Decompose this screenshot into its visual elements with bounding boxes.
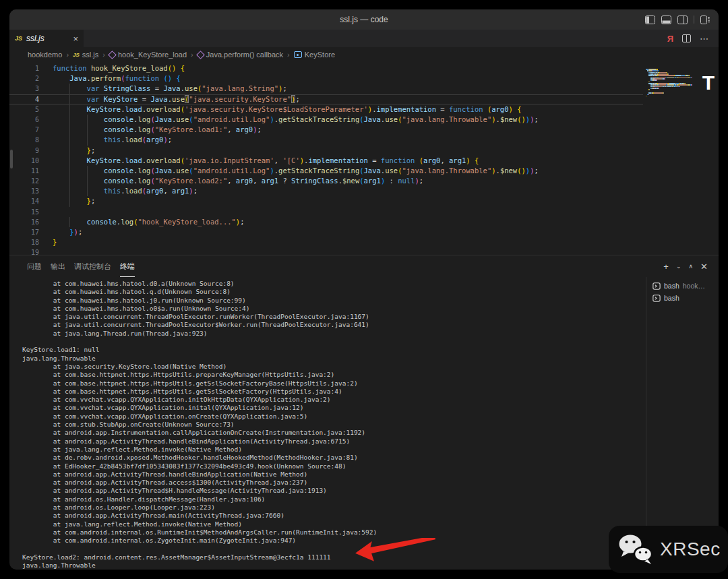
line-number: 7 [9,125,53,135]
terminal-line [22,338,638,346]
code-text: KeyStore.load.overload('java.io.InputStr… [53,156,479,166]
breadcrumb-item[interactable]: JSssl.js [73,51,98,59]
code-text: function hook_KeyStore_load() { [53,63,185,73]
panel-tab-item[interactable]: 输出 [51,255,65,277]
code-line[interactable]: 14 }; [9,196,643,206]
code-line[interactable]: 8 this.load(arg0); [9,135,643,145]
terminal-icon [653,295,661,302]
terminal-dropdown-icon[interactable]: ⌄ [676,264,681,270]
code-line[interactable]: 7 console.log("KeyStore.load1:", arg0); [9,125,643,135]
close-panel-icon[interactable]: ✕ [700,262,708,271]
code-line[interactable]: 9 }; [9,146,643,156]
breadcrumb-label: Java.perform() callback [206,51,283,59]
vscode-window: ssl.js — code JS ssl.js × Я ⋯ hook [9,9,719,570]
breadcrumb-item[interactable]: KeyStore [294,51,335,59]
terminal-tab-row[interactable]: bashhook… [653,280,716,292]
code-line[interactable]: 11 console.log(Java.use("android.util.Lo… [9,166,643,176]
code-line[interactable]: 19 [9,247,643,255]
terminal-name: bash [664,294,679,302]
layout-panel-icon[interactable] [661,16,671,24]
line-number: 6 [9,115,53,125]
line-number: 8 [9,135,53,145]
maximize-panel-icon[interactable]: ∧ [689,264,694,270]
tab-ssl-js[interactable]: JS ssl.js × [9,30,84,47]
minimap[interactable] [646,69,708,99]
layout-sidebar-left-icon[interactable] [645,16,655,24]
customize-layout-icon[interactable] [700,16,710,24]
panel-tab-item[interactable]: 调试控制台 [74,255,111,277]
code-text: var StringClass = Java.use("java.lang.St… [53,84,287,94]
code-area[interactable]: 1function hook_KeyStore_load() {2 Java.p… [9,62,719,255]
terminal-icon [653,282,661,290]
breadcrumb-label: hookdemo [28,51,62,59]
code-line[interactable]: 13 this.load(arg0, arg1); [9,186,643,196]
code-line[interactable]: 12 console.log("KeyStore.load2:", arg0, … [9,176,643,186]
symbol-method-icon [196,51,205,59]
breadcrumb: hookdemo›JSssl.js›hook_KeyStore_load›Jav… [9,47,719,62]
run-extension-icon[interactable]: Я [667,34,673,44]
terminal-line [22,545,638,553]
line-number: 1 [9,63,53,73]
tab-close-icon[interactable]: × [73,34,78,43]
panel-tab-item[interactable]: 问题 [27,255,42,277]
breadcrumb-label: hook_KeyStore_load [118,51,187,59]
breadcrumb-item[interactable]: Java.perform() callback [198,51,283,59]
code-line[interactable]: 6 console.log(Java.use("android.util.Log… [9,115,643,125]
code-text: console.log(Java.use("android.util.Log")… [53,166,539,176]
terminal-line: at com.huawei.hms.hatool.o0$a.run(Unknow… [22,305,638,313]
terminal-output[interactable]: at com.huawei.hms.hatool.d0.a(Unknown So… [9,277,638,570]
window-title: ssl.js — code [9,9,719,30]
xrsec-watermark: XRSec [609,526,728,573]
code-line[interactable]: 16 console.log("hook_KeyStore_load..."); [9,217,643,227]
watermark-letter-t: T [702,71,715,94]
layout-sidebar-right-icon[interactable] [677,16,688,24]
code-text: KeyStore.load.overload('java.security.Ke… [53,104,521,115]
terminal-line: at com.vvchat.vcapp.QYXApplication.initO… [22,396,638,404]
code-text: } [53,237,57,247]
more-actions-icon[interactable]: ⋯ [700,34,709,44]
code-line[interactable]: 1function hook_KeyStore_load() { [9,63,643,73]
breadcrumb-item[interactable]: hookdemo [28,51,62,59]
code-editor[interactable]: 1function hook_KeyStore_load() {2 Java.p… [9,62,719,255]
panel-tab-terminal-active[interactable]: 终端 [120,255,135,277]
code-line[interactable]: 3 var StringClass = Java.use("java.lang.… [9,84,643,94]
split-editor-icon[interactable] [682,34,691,42]
terminal-instance-list: bashhook…bash [653,280,716,304]
line-number: 5 [9,104,53,115]
panel-header: 问题输出调试控制台终端 + ⌄ ∧ ✕ [9,255,719,277]
activitybar-drag-handle[interactable] [10,150,13,169]
terminal-line: at EdHooker_42b8453bf7df105343083f1377c3… [22,462,638,470]
line-number: 17 [9,227,53,237]
code-line[interactable]: 15 [9,207,643,217]
code-line[interactable]: 2 Java.perform(function () { [9,73,643,84]
terminal-line: at com.base.httpnet.https.HttpsUtils.get… [22,379,638,388]
terminal-line: java.lang.Throwable [22,355,638,363]
terminal-line: at com.huawei.hms.hatool.j0.run(Unknown … [22,297,638,305]
terminal-line: KeyStore.load2: android.content.res.Asse… [22,553,638,561]
breadcrumb-item[interactable]: hook_KeyStore_load [109,51,187,59]
new-terminal-icon[interactable]: + [663,262,669,271]
line-number: 16 [9,217,53,227]
terminal-tab-row[interactable]: bash [653,292,716,304]
terminal-line: at java.security.KeyStore.load(Native Me… [22,363,638,371]
code-line[interactable]: 10 KeyStore.load.overload('java.io.Input… [9,156,643,166]
symbol-method-icon [108,51,117,59]
terminal-line: at com.vvchat.vcapp.QYXApplication.inita… [22,404,638,412]
symbol-variable-icon [294,51,302,58]
code-text: }; [53,196,95,206]
code-line[interactable]: 17 }); [9,227,643,237]
code-text: console.log(Java.use("android.util.Log")… [53,115,539,125]
terminal-line: at com.base.httpnet.https.HttpsUtils.get… [22,388,638,396]
terminal-line: at android.app.Instrumentation.callAppli… [22,429,638,437]
wechat-icon [617,533,655,566]
code-line[interactable]: 5 KeyStore.load.overload('java.security.… [9,104,643,115]
terminal-panel: at com.huawei.hms.hatool.d0.a(Unknown So… [9,277,719,570]
code-line[interactable]: 4 var KeyStore = Java.use("java.security… [9,94,643,104]
terminal-line: at com.stub.StubApp.onCreate(Unknown Sou… [22,421,638,429]
code-text: console.log("hook_KeyStore_load..."); [53,217,245,227]
code-text: Java.perform(function () { [53,73,181,84]
line-number: 3 [9,84,53,94]
line-number: 13 [9,186,53,196]
code-line[interactable]: 18} [9,237,643,247]
terminal-line: at com.huawei.hms.hatool.q.d(Unknown Sou… [22,288,638,296]
